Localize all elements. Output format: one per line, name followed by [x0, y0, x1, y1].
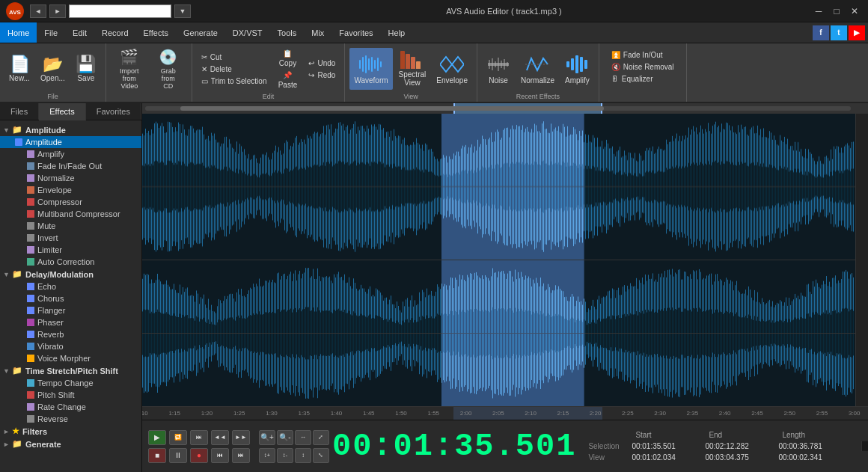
- tree-filters[interactable]: ► ★ Filters: [0, 425, 141, 438]
- menu-favorites[interactable]: Favorites: [331, 22, 380, 43]
- tree-envelope[interactable]: Envelope: [0, 184, 141, 196]
- twitter-button[interactable]: t: [831, 25, 847, 40]
- tree-normalize[interactable]: Normalize: [0, 172, 141, 184]
- envelope-color-icon: [27, 186, 34, 194]
- voice-morpher-color-icon: [27, 355, 34, 362]
- time-label-1: 1:15: [168, 410, 180, 417]
- ribbon-envelope-button[interactable]: Envelope: [432, 48, 472, 90]
- zoom-in-v[interactable]: ↕+: [259, 448, 275, 463]
- facebook-button[interactable]: f: [813, 25, 829, 40]
- tree-time-stretch[interactable]: ▼ 📁 Time Stretch/Pitch Shift: [0, 364, 141, 377]
- ribbon-save-button[interactable]: 💾 Save: [71, 48, 101, 90]
- menu-effects[interactable]: Effects: [136, 22, 176, 43]
- scrollbar-thumb[interactable]: [180, 106, 604, 111]
- address-bar[interactable]: [69, 4, 171, 18]
- record-button[interactable]: ●: [190, 448, 208, 463]
- menu-generate[interactable]: Generate: [176, 22, 225, 43]
- tree-limiter[interactable]: Limiter: [0, 244, 141, 256]
- ribbon-cut-button[interactable]: ✂ Cut: [197, 52, 272, 63]
- menu-dxvst[interactable]: DX/VST: [225, 22, 270, 43]
- tree-auto-correction[interactable]: Auto Correction: [0, 256, 141, 268]
- tab-favorites[interactable]: Favorites: [86, 103, 141, 120]
- ribbon-open-button[interactable]: 📂 Open...: [36, 48, 70, 90]
- tree-tempo-change[interactable]: Tempo Change: [0, 377, 141, 389]
- tree-flanger[interactable]: Flanger: [0, 304, 141, 316]
- stop-button[interactable]: ■: [148, 448, 166, 463]
- nav-go[interactable]: ▼: [174, 4, 191, 18]
- ribbon-copy-button[interactable]: 📋Copy: [272, 48, 302, 69]
- save-icon: 💾: [76, 56, 96, 73]
- ribbon-undo-button[interactable]: ↩ Undo: [304, 58, 340, 69]
- menu-record[interactable]: Record: [94, 22, 135, 43]
- ribbon-import-video-button[interactable]: 🎬 Importfrom Video: [111, 48, 148, 90]
- menu-mix[interactable]: Mix: [304, 22, 331, 43]
- normalize-color-icon: [27, 174, 34, 182]
- ribbon-waveform-button[interactable]: Waveform: [349, 48, 392, 90]
- db-scale: 0 -4 -10 -10 -4 0 -4 -10 -10 -4 0 -∞: [855, 114, 868, 406]
- zoom-fit-all-v[interactable]: ⤡: [313, 448, 329, 463]
- ribbon-amplify-button[interactable]: Amplify: [560, 48, 594, 90]
- ribbon-new-button[interactable]: 📄 New...: [4, 48, 34, 90]
- ribbon-redo-button[interactable]: ↪ Redo: [304, 70, 340, 81]
- menu-help[interactable]: Help: [381, 22, 413, 43]
- tree-generate[interactable]: ► 📁 Generate: [0, 438, 141, 450]
- skip-end-button[interactable]: ⏭: [190, 430, 208, 445]
- ribbon-equalizer-button[interactable]: 🎚 Equalizer: [607, 73, 679, 85]
- ribbon-paste-button[interactable]: 📌Paste: [272, 70, 302, 91]
- scrollbar-track[interactable]: [145, 106, 851, 111]
- tree-amplify[interactable]: Amplify: [0, 148, 141, 160]
- zoom-fit-h[interactable]: ↔: [295, 430, 311, 445]
- tab-effects[interactable]: Effects: [39, 103, 85, 120]
- ribbon-noise-button[interactable]: Noise: [482, 48, 515, 90]
- ribbon-delete-button[interactable]: ✕ Delete: [197, 64, 272, 75]
- tree-vibrato[interactable]: Vibrato: [0, 340, 141, 352]
- tree-echo[interactable]: Echo: [0, 281, 141, 292]
- play-button[interactable]: ▶: [148, 430, 166, 445]
- ribbon-fade-inout-button[interactable]: ⏫ Fade In/Out: [607, 49, 679, 61]
- tree-delay-modulation[interactable]: ▼ 📁 Delay/Modulation: [0, 268, 141, 281]
- nav-back[interactable]: ◄: [30, 4, 46, 18]
- skip-start-button[interactable]: ⏮: [211, 448, 229, 463]
- ribbon-normalize-button[interactable]: Normalize: [516, 48, 559, 90]
- generate-category-icon: 📁: [12, 439, 22, 449]
- menu-edit[interactable]: Edit: [65, 22, 94, 43]
- zoom-fit-v[interactable]: ↕: [295, 448, 311, 463]
- tree-reverb[interactable]: Reverb: [0, 328, 141, 340]
- maximize-button[interactable]: □: [829, 5, 844, 17]
- tree-chorus[interactable]: Chorus: [0, 292, 141, 304]
- tree-amplitude[interactable]: ▼ 📁 Amplitude: [0, 123, 141, 136]
- tree-mute[interactable]: Mute: [0, 220, 141, 232]
- ribbon-grab-cd-button[interactable]: 💿 Grab fromCD: [150, 48, 187, 90]
- loop-button[interactable]: 🔁: [169, 430, 187, 445]
- tree-rate-change[interactable]: Rate Change: [0, 401, 141, 413]
- tree-voice-morpher[interactable]: Voice Morpher: [0, 352, 141, 364]
- tree-invert[interactable]: Invert: [0, 232, 141, 244]
- youtube-button[interactable]: ▶: [849, 25, 865, 40]
- tree-amplitude-selected[interactable]: Amplitude: [0, 136, 141, 148]
- minimize-button[interactable]: ─: [811, 5, 826, 17]
- zoom-fit-all[interactable]: ⤢: [313, 430, 329, 445]
- next-button[interactable]: ►►: [232, 430, 250, 445]
- tree-fade-inout[interactable]: Fade In/Fade Out: [0, 160, 141, 172]
- tree-pitch-shift[interactable]: Pitch Shift: [0, 389, 141, 401]
- tab-files[interactable]: Files: [0, 103, 39, 120]
- ribbon-noise-removal-button[interactable]: 🔇 Noise Removal: [607, 61, 679, 73]
- tree-compressor[interactable]: Compressor: [0, 196, 141, 208]
- menu-file[interactable]: File: [37, 22, 65, 43]
- end-button[interactable]: ⏭: [232, 448, 250, 463]
- close-button[interactable]: ✕: [847, 5, 862, 17]
- tree-phaser[interactable]: Phaser: [0, 316, 141, 328]
- nav-forward[interactable]: ►: [49, 4, 66, 18]
- tree-multiband-compressor[interactable]: Multiband Compressor: [0, 208, 141, 220]
- menu-home[interactable]: Home: [0, 22, 37, 43]
- tree-reverse[interactable]: Reverse: [0, 413, 141, 425]
- menu-tools[interactable]: Tools: [270, 22, 305, 43]
- zoom-in-h[interactable]: 🔍+: [259, 430, 275, 445]
- ribbon-spectral-button[interactable]: SpectralView: [394, 48, 431, 90]
- pause-button[interactable]: ⏸: [169, 448, 187, 463]
- zoom-out-h[interactable]: 🔍-: [277, 430, 293, 445]
- zoom-out-v[interactable]: ↕-: [277, 448, 293, 463]
- col-end-label: End: [709, 431, 776, 439]
- prev-button[interactable]: ◄◄: [211, 430, 229, 445]
- ribbon-trim-button[interactable]: ▭ Trim to Selection: [197, 76, 272, 87]
